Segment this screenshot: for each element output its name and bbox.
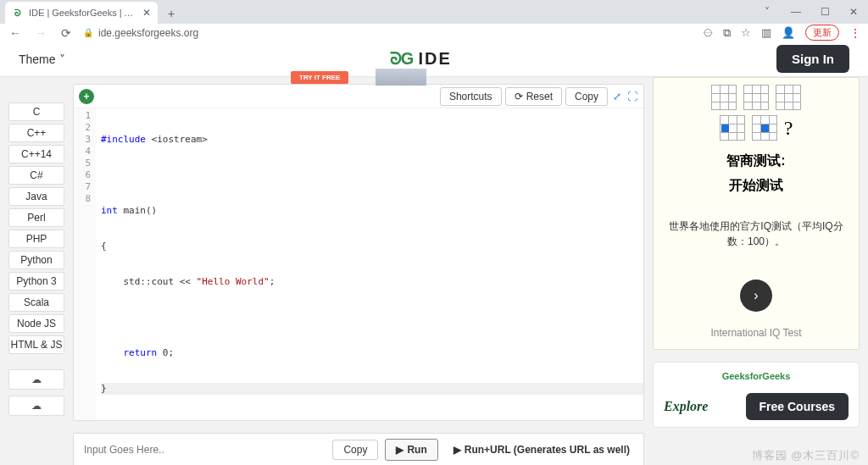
fullscreen-icon[interactable]: ⛶ [626, 91, 638, 102]
chevron-down-icon: ˅ [59, 53, 65, 66]
code-editor-card: + Shortcuts ⟳Reset Copy ⤢ ⛶ 12345678 #in… [73, 84, 644, 421]
iq-grid-icon [776, 85, 801, 110]
io-copy-button[interactable]: Copy [332, 440, 378, 460]
promo-card: GeeksforGeeks Explore Free Courses [653, 362, 860, 428]
url-box[interactable]: 🔒 ide.geeksforgeeks.org [83, 27, 198, 39]
theme-picker[interactable]: Theme ˅ [19, 53, 65, 66]
run-button[interactable]: ▶Run [385, 439, 437, 461]
browser-chrome: ᘐ IDE | GeeksforGeeks | A comp ✕ + ˅ — ☐… [0, 0, 868, 42]
upload-icon[interactable]: ☁ [8, 396, 64, 416]
gfg-mark-icon: ᘐG [390, 49, 414, 69]
line-gutter: 12345678 [74, 108, 96, 420]
iq-ad-card[interactable]: ? 智商测试: 开始测试 世界各地使用的官方IQ测试（平均IQ分数：100）。 … [653, 77, 860, 350]
add-button[interactable]: + [79, 89, 94, 104]
promo-brand: GeeksforGeeks [722, 371, 791, 381]
new-tab-button[interactable]: + [161, 3, 181, 24]
sidepanel-icon[interactable]: ▥ [761, 26, 771, 39]
iq-grid-icon [711, 85, 737, 110]
iq-ad-heading-1: 智商测试: [726, 152, 785, 170]
site-header: Theme ˅ ᘐG IDE Sign In [0, 42, 868, 77]
tab-title: IDE | GeeksforGeeks | A comp [29, 8, 137, 18]
iq-grid-icon [743, 85, 769, 110]
iq-grid-row-2: ? [720, 115, 793, 141]
main-layout: C C++ C++14 C# Java Perl PHP Python Pyth… [0, 77, 868, 465]
extensions-icon[interactable]: ⧉ [723, 26, 731, 40]
lang-item-scala[interactable]: Scala [8, 293, 64, 312]
ide-label: IDE [418, 49, 451, 69]
iq-grid-row-1 [711, 85, 801, 110]
chevron-down-icon[interactable]: ˅ [753, 0, 782, 24]
copy-button[interactable]: Copy [565, 87, 608, 106]
theme-label: Theme [19, 53, 56, 66]
lang-item-python3[interactable]: Python 3 [8, 272, 64, 291]
question-mark-icon: ? [784, 115, 793, 141]
browser-tab[interactable]: ᘐ IDE | GeeksforGeeks | A comp ✕ [5, 2, 158, 24]
lang-item-cpp14[interactable]: C++14 [8, 145, 64, 163]
editor-column: TRY IT FREE + Shortcuts ⟳Reset Copy ⤢ ⛶ … [73, 77, 653, 465]
lang-item-php[interactable]: PHP [8, 230, 64, 248]
forward-icon[interactable]: → [32, 25, 49, 42]
refresh-icon: ⟳ [515, 91, 523, 102]
iq-grid-icon [752, 115, 777, 141]
lang-item-python[interactable]: Python [8, 251, 64, 269]
lang-item-java[interactable]: Java [8, 187, 64, 206]
shortcuts-button[interactable]: Shortcuts [440, 87, 502, 106]
reset-button[interactable]: ⟳Reset [505, 87, 562, 106]
explore-label: Explore [664, 399, 708, 414]
minimize-icon[interactable]: — [782, 0, 810, 24]
address-bar: ← → ⟳ 🔒 ide.geeksforgeeks.org ⦵ ⧉ ☆ ▥ 👤 … [0, 24, 868, 42]
lang-item-perl[interactable]: Perl [8, 208, 64, 227]
update-badge[interactable]: 更新 [805, 25, 839, 41]
iq-grid-icon [720, 115, 745, 141]
translate-icon[interactable]: ⦵ [703, 26, 713, 40]
reload-icon[interactable]: ⟳ [58, 25, 75, 42]
side-column: ? 智商测试: 开始测试 世界各地使用的官方IQ测试（平均IQ分数：100）。 … [653, 77, 868, 465]
play-icon: ▶ [396, 444, 403, 456]
close-tab-icon[interactable]: ✕ [142, 7, 151, 19]
sign-in-button[interactable]: Sign In [776, 45, 849, 73]
editor-toolbar: + Shortcuts ⟳Reset Copy ⤢ ⛶ [74, 85, 643, 108]
code-editor[interactable]: 12345678 #include <iostream> int main() … [74, 108, 643, 420]
maximize-icon[interactable]: ☐ [810, 0, 839, 24]
top-ad-banner[interactable]: TRY IT FREE [291, 69, 426, 86]
lang-item-c[interactable]: C [8, 102, 64, 121]
io-card: Copy ▶Run ▶Run+URL (Generates URL as wel… [73, 433, 644, 465]
profile-icon[interactable]: 👤 [782, 26, 795, 39]
lang-item-nodejs[interactable]: Node JS [8, 314, 64, 333]
lang-item-csharp[interactable]: C# [8, 166, 64, 185]
play-icon: ▶ [453, 444, 461, 456]
window-controls: ˅ — ☐ ✕ [753, 0, 868, 24]
arrow-right-icon[interactable]: › [740, 280, 772, 312]
download-icon[interactable]: ☁ [8, 369, 64, 390]
gfg-favicon: ᘐ [12, 7, 24, 19]
language-sidebar: C C++ C++14 C# Java Perl PHP Python Pyth… [0, 77, 73, 465]
browser-menu-icon[interactable]: ⋮ [849, 26, 861, 40]
site-logo[interactable]: ᘐG IDE [390, 49, 452, 69]
try-it-free-cta[interactable]: TRY IT FREE [291, 71, 348, 84]
tab-strip: ᘐ IDE | GeeksforGeeks | A comp ✕ + ˅ — ☐… [0, 0, 868, 24]
lock-icon: 🔒 [83, 28, 93, 37]
lang-item-cpp[interactable]: C++ [8, 124, 64, 142]
ad-image [376, 69, 426, 86]
url-text: ide.geeksforgeeks.org [98, 27, 198, 39]
input-field[interactable] [79, 440, 326, 459]
iq-ad-heading-2: 开始测试 [729, 177, 783, 195]
close-window-icon[interactable]: ✕ [839, 0, 868, 24]
code-text[interactable]: #include <iostream> int main() { std::co… [96, 108, 643, 420]
free-courses-button[interactable]: Free Courses [746, 393, 849, 420]
lang-item-htmljs[interactable]: HTML & JS [8, 335, 64, 354]
iq-ad-footer: International IQ Test [710, 327, 801, 339]
run-url-button[interactable]: ▶Run+URL (Generates URL as well) [445, 439, 638, 461]
bookmark-icon[interactable]: ☆ [741, 26, 751, 39]
back-icon[interactable]: ← [7, 25, 24, 42]
expand-icon[interactable]: ⤢ [611, 91, 623, 102]
iq-ad-body: 世界各地使用的官方IQ测试（平均IQ分数：100）。 [654, 219, 859, 249]
